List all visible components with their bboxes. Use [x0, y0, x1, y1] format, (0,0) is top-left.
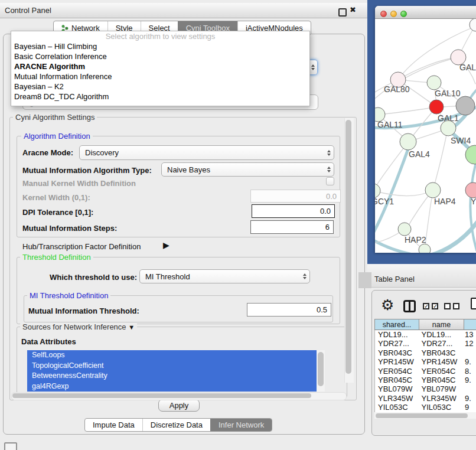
table-cell: YLR345W: [375, 394, 419, 403]
dropdown-item-mutual-information-inference[interactable]: Mutual Information Inference: [11, 71, 309, 81]
table-panel-titlebar: Table Panel: [367, 264, 476, 288]
dropdown-item-bayesian-hill-climbing[interactable]: Bayesian – Hill Climbing: [11, 41, 309, 51]
attribute-item-gal4rgexp[interactable]: gal4RGexp: [27, 381, 317, 392]
table-row[interactable]: YBR043CYBR043C: [375, 348, 476, 357]
network-node[interactable]: [470, 19, 476, 31]
dropdown-item-basic-correlation-inference[interactable]: Basic Correlation Inference: [11, 51, 309, 61]
table-cell: YPR145W: [419, 357, 462, 366]
column-header-shared[interactable]: shared...: [374, 319, 419, 330]
new-table-icon[interactable]: [471, 298, 476, 309]
float-window-icon[interactable]: [338, 8, 347, 17]
node-label: GAL4: [409, 149, 430, 159]
inference-algorithm-select-spinner[interactable]: [309, 60, 318, 75]
unselect-all-icon[interactable]: [453, 303, 459, 309]
aracne-mode-label: Aracne Mode:: [22, 148, 73, 157]
close-panel-icon[interactable]: ✖: [350, 5, 356, 14]
node-label: GAL11: [377, 120, 403, 129]
select-all-check-icon[interactable]: ✓: [432, 303, 438, 309]
table-cell: 9: [462, 403, 476, 412]
gear-icon[interactable]: ⚙: [381, 297, 394, 313]
column-header-name[interactable]: name: [419, 319, 464, 330]
which-threshold-select[interactable]: MI Threshold: [139, 269, 310, 283]
network-node-hap4[interactable]: [425, 182, 441, 198]
dropdown-item-aracne-algorithm[interactable]: ARACNE Algorithm: [11, 61, 309, 71]
attribute-item-topologicalcoefficient[interactable]: TopologicalCoefficient: [27, 361, 317, 371]
minimize-window-icon[interactable]: [390, 11, 397, 17]
hub-definition-label: Hub/Transcription Factor Definition: [22, 242, 141, 251]
dpi-tolerance-label: DPI Tolerance [0,1]:: [22, 208, 93, 217]
minimized-panel-icon[interactable]: [4, 442, 17, 450]
table-cell: [462, 348, 476, 357]
network-canvas[interactable]: GALGAL80GAL10GAL1GAL11SWI4GAL4GCY1HAP4YH…: [375, 19, 476, 253]
apply-button[interactable]: Apply: [158, 399, 200, 412]
tab-label: Discretize Data: [151, 420, 203, 429]
close-window-icon[interactable]: [380, 11, 387, 17]
table-row[interactable]: YBR045CYBR045C9.: [375, 376, 476, 384]
table-cell: 8.: [462, 367, 476, 376]
mi-type-select[interactable]: Naive Bayes: [161, 162, 334, 177]
table-cell: YDR27...: [419, 339, 462, 348]
table-cell: YBL079W: [419, 384, 462, 393]
table-panel-title: Table Panel: [374, 275, 415, 283]
network-node[interactable]: [419, 244, 431, 253]
table-row[interactable]: YBL079WYBL079W: [375, 384, 476, 393]
select-all-check-icon[interactable]: ✓: [423, 303, 429, 309]
table-row[interactable]: YDR27...YDR27...12: [375, 339, 476, 348]
dropdown-item-bayesian-k2[interactable]: Bayesian – K2: [11, 81, 309, 92]
panel-splitter[interactable]: [358, 272, 371, 288]
table-horizontal-scrollbar-thumb[interactable]: [376, 413, 468, 418]
spinner-icon: [303, 273, 307, 279]
network-node[interactable]: [456, 96, 475, 115]
expand-down-icon[interactable]: ▼: [128, 324, 135, 331]
dpi-tolerance-input[interactable]: 0.0: [252, 204, 335, 218]
attribute-item-selfloops[interactable]: SelfLoops: [27, 350, 317, 361]
zoom-window-icon[interactable]: [400, 11, 407, 17]
network-node-swi4[interactable]: [441, 120, 456, 136]
data-attributes-list[interactable]: SelfLoopsTopologicalCoefficientBetweenne…: [27, 350, 317, 392]
tab-impute-data[interactable]: Impute Data: [85, 419, 142, 431]
table-cell: YBR043C: [419, 348, 462, 357]
mi-threshold-input[interactable]: 0.5: [247, 303, 331, 317]
table-cell: YLR345W: [419, 394, 462, 403]
expand-right-icon[interactable]: ▶: [163, 241, 169, 250]
sources-group-title: Sources for Network Inference ▼: [20, 322, 137, 331]
node-label: GAL80: [384, 84, 410, 94]
kernel-width-input: 0.0: [250, 190, 341, 203]
table-row[interactable]: YPR145WYPR145W9.: [375, 357, 476, 366]
node-label: HAP4: [434, 197, 456, 206]
table-row[interactable]: YDL19...YDL19...13: [375, 330, 476, 339]
network-node-hap2[interactable]: [398, 223, 411, 236]
column-header-2[interactable]: [464, 319, 476, 330]
network-window-titlebar[interactable]: [375, 6, 476, 19]
manual-kernel-checkbox[interactable]: [326, 177, 334, 185]
mi-steps-input[interactable]: 6: [250, 220, 334, 234]
settings-horizontal-scrollbar-thumb[interactable]: [12, 393, 311, 398]
network-node-gal4[interactable]: [400, 133, 416, 150]
aracne-mode-value: Discovery: [85, 148, 119, 157]
node-label: GCY1: [375, 197, 394, 206]
tab-discretize-data[interactable]: Discretize Data: [142, 419, 210, 431]
aracne-mode-select[interactable]: Discovery: [79, 145, 334, 160]
network-node-gcy1[interactable]: [375, 184, 380, 198]
tab-infer-network[interactable]: Infer Network: [210, 419, 272, 431]
network-node-gal10[interactable]: [427, 76, 441, 90]
table-row[interactable]: YLR345WYLR345W9.: [375, 394, 476, 403]
network-nodes: GALGAL80GAL10GAL1GAL11SWI4GAL4GCY1HAP4YH…: [375, 19, 476, 253]
table-row[interactable]: YER054CYER054C8.: [375, 367, 476, 376]
network-graph: GALGAL80GAL10GAL1GAL11SWI4GAL4GCY1HAP4YH…: [375, 19, 476, 253]
table-cell: YBR045C: [419, 376, 462, 384]
algorithm-dropdown-popup: Select algorithm to view settingsBayesia…: [11, 31, 310, 106]
attribute-list-scrollbar-thumb[interactable]: [318, 352, 324, 386]
network-node-y[interactable]: [465, 182, 476, 198]
control-panel-title: Control Panel: [5, 6, 51, 15]
network-node-gal1[interactable]: [429, 100, 444, 114]
data-attributes-label: Data Attributes: [21, 337, 76, 346]
dropdown-item-dream8-dc-tdc-algorithm[interactable]: Dream8 DC_TDC Algorithm: [11, 92, 309, 102]
table-row[interactable]: YIL053CYIL053C9: [375, 403, 476, 412]
unselect-all-icon[interactable]: [444, 303, 451, 309]
settings-vertical-scrollbar-thumb[interactable]: [345, 120, 351, 374]
attribute-item-betweennesscentrality[interactable]: BetweennessCentrality: [27, 371, 317, 381]
columns-icon[interactable]: [403, 300, 416, 312]
table-cell: YIL053C: [375, 403, 419, 412]
table-cell: 13: [462, 330, 476, 339]
